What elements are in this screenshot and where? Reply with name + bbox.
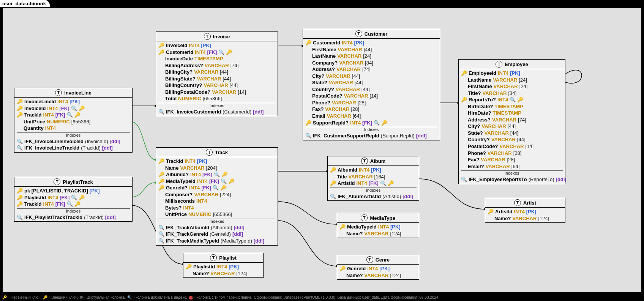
column-row: Email? VARCHAR[64] xyxy=(461,163,563,170)
column-row: Milliseconds INT4 xyxy=(158,198,275,205)
index-icon: 🔍 xyxy=(380,180,386,187)
column-row: 🔑ArtistId INT4 [FK] 🔍 🔑 xyxy=(330,180,417,187)
key-grey-icon: 🔑 xyxy=(158,184,164,191)
key-grey-icon: 🔑 xyxy=(158,171,164,178)
column-row: 🔑GenreId INT4 [PK] xyxy=(339,265,417,272)
table-title: TGenre xyxy=(337,255,419,265)
column-row: Title VARCHAR[164] xyxy=(330,173,417,180)
legend-pk: - Первичный ключ, xyxy=(8,295,41,299)
indexes-separator: Indexes xyxy=(17,132,130,137)
column-row: BillingPostalCode? VARCHAR[14] xyxy=(158,89,275,96)
column-row: 🔑SupportRepId? INT4 [FK] 🔍 🔑 xyxy=(305,120,437,126)
index-icon: 🔍 xyxy=(17,138,23,145)
column-row: FirstName VARCHAR[44] xyxy=(305,46,437,53)
column-row: 🔑PlaylistId INT4 [FK] 🔍 🔑 xyxy=(17,194,130,201)
key-grey-icon: 🔑 xyxy=(220,184,226,191)
index-icon: 🔍 xyxy=(214,171,220,178)
index-icon: 🔍 xyxy=(71,105,77,112)
legend-index: - колонка добавлена в индекс, xyxy=(133,295,187,299)
column-row: Country? VARCHAR[44] xyxy=(305,86,437,93)
index-row: 🔍IFK_InvoiceLineTrackId(TrackId) [ddl] xyxy=(17,145,130,151)
table-icon: T xyxy=(55,89,62,96)
column-row: 🔑PlaylistId INT4 [PK] xyxy=(186,263,261,270)
key-grey-icon: 🔑 xyxy=(158,49,164,56)
footer-generated: Сформирована: DatabaseToPlantUML (1.0.0.… xyxy=(254,295,439,299)
table-icon: T xyxy=(496,61,502,68)
key-grey-icon: 🔑 xyxy=(221,171,227,178)
column-row: UnitPrice NUMERIC[655366] xyxy=(17,118,130,125)
column-row: 🔑pk [PLAYLISTID, TRACKID] [PK] xyxy=(17,188,130,194)
indexes-separator: Indexes xyxy=(158,219,275,224)
column-row: Name? VARCHAR[124] xyxy=(186,270,261,277)
column-row: LastName VARCHAR[24] xyxy=(305,53,437,60)
column-row: Composer? VARCHAR[224] xyxy=(158,191,275,198)
column-row: City? VARCHAR[44] xyxy=(305,73,437,80)
column-row: Name? VARCHAR[124] xyxy=(339,230,417,237)
key-gold-icon: 🔑 xyxy=(17,98,23,105)
column-row: Title? VARCHAR[34] xyxy=(461,90,563,97)
key-grey-icon: 🔑 xyxy=(517,96,523,103)
table-genre: TGenre🔑GenreId INT4 [PK]Name? VARCHAR[12… xyxy=(337,255,419,280)
column-row: 🔑MediaTypeId INT4 [PK] xyxy=(339,224,417,230)
column-row: Name VARCHAR[204] xyxy=(158,165,275,172)
key-gold-icon: 🔑 xyxy=(461,70,467,77)
bluedot-icon: 🔍 xyxy=(127,295,132,299)
index-row: 🔍IFK_CustomerSupportRepId(SupportRepId) … xyxy=(305,132,437,139)
red-icon: ⬤ xyxy=(189,295,193,299)
index-row: 🔍IFK_AlbumArtistId(ArtistId) [ddl] xyxy=(330,193,417,200)
table-icon: T xyxy=(355,30,362,37)
table-title: TArtist xyxy=(485,198,565,208)
column-row: 🔑MediaTypeId INT4 [FK] 🔍 🔑 xyxy=(158,178,275,185)
index-icon: 🔍 xyxy=(330,193,336,200)
index-icon: 🔍 xyxy=(71,194,77,201)
column-row: BirthDate? TIMESTAMP xyxy=(461,103,563,110)
column-row: InvoiceDate TIMESTAMP xyxy=(158,55,275,62)
column-row: 🔑AlbumId? INT4 [FK] 🔍 🔑 xyxy=(158,171,275,178)
column-row: 🔑CustomerId INT4 [PK] xyxy=(305,39,437,46)
dot-icon xyxy=(80,296,83,299)
legend-enum: - колонка с типом перечисление. xyxy=(194,295,253,299)
table-icon: T xyxy=(54,178,60,185)
index-icon: 🔍 xyxy=(218,49,224,56)
index-icon: 🔍 xyxy=(158,109,164,115)
index-row: 🔍IFK_PlaylistTrackTrackId(TrackId) [ddl] xyxy=(17,214,130,221)
table-mediatype: TMediaType🔑MediaTypeId INT4 [PK]Name? VA… xyxy=(337,213,419,238)
index-row: 🔍IFK_InvoiceCustomerId(CustomerId) [ddl] xyxy=(158,109,275,115)
column-row: Address? VARCHAR[74] xyxy=(305,66,437,73)
key-grey-icon: 🔑 xyxy=(381,120,387,126)
table-title: TEmployee xyxy=(459,60,565,69)
key-gold-icon: 🔑 xyxy=(339,224,346,230)
table-title: TPlaylist xyxy=(183,253,263,263)
key-green-icon: 🔑 xyxy=(74,112,80,118)
table-customer: TCustomer🔑CustomerId INT4 [PK]FirstName … xyxy=(303,29,440,140)
column-row: 🔑GenreId? INT4 [FK] 🔍 🔑 xyxy=(158,184,275,191)
column-row: 🔑CustomerId INT4 [FK] 🔍 🔑 xyxy=(158,49,275,56)
key-gold-icon: 🔑 xyxy=(339,265,346,272)
column-row: 🔑TrackId INT4 [FK] 🔍 🔑 xyxy=(17,201,130,208)
column-row: Address? VARCHAR[74] xyxy=(461,117,563,123)
index-icon: 🔍 xyxy=(221,178,227,185)
column-row: 🔑ArtistId INT4 [PK] xyxy=(488,208,563,215)
index-icon: 🔍 xyxy=(510,96,516,103)
column-row: FirstName VARCHAR[24] xyxy=(461,83,563,90)
index-row: 🔍IFK_TrackMediaTypeId(MediaTypeId) [ddl] xyxy=(158,238,275,244)
index-icon: 🔍 xyxy=(374,120,380,126)
key-grey-icon: 🔑 xyxy=(305,120,311,126)
diagram-canvas: user_data.chinook TInvoiceLine🔑InvoiceLi… xyxy=(0,0,644,301)
column-row: Phone? VARCHAR[28] xyxy=(305,99,437,106)
key-grey-icon: 🔑 xyxy=(17,112,23,118)
column-row: Fax? VARCHAR[28] xyxy=(305,106,437,113)
table-icon: T xyxy=(206,149,213,156)
table-playlisttrack: TPlaylistTrack🔑pk [PLAYLISTID, TRACKID] … xyxy=(14,177,133,222)
index-icon: 🔍 xyxy=(158,238,164,244)
column-row: BillingAddress? VARCHAR[74] xyxy=(158,62,275,69)
column-row: Country? VARCHAR[44] xyxy=(461,136,563,143)
column-row: Total NUMERIC[655366] xyxy=(158,95,275,102)
column-row: City? VARCHAR[44] xyxy=(461,123,563,130)
column-row: Fax? VARCHAR[28] xyxy=(461,156,563,163)
index-icon: 🔍 xyxy=(17,145,23,151)
column-row: HireDate? TIMESTAMP xyxy=(461,110,563,117)
index-row: 🔍IFK_EmployeeReportsTo(ReportsTo) [ddl] xyxy=(461,176,563,183)
key-gold-icon: 🔑 xyxy=(158,158,164,165)
index-row: 🔍IFK_InvoiceLineInvoiceId(InvoiceId) [dd… xyxy=(17,138,130,145)
